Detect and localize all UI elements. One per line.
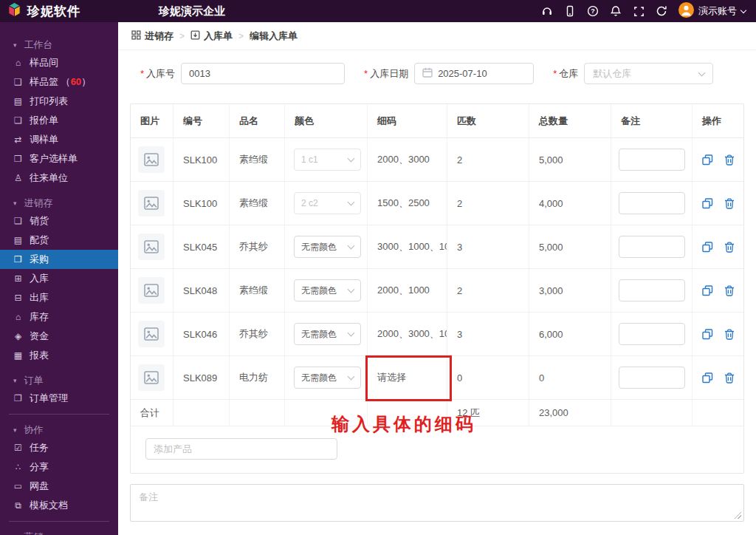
purchase-icon: ❒: [13, 254, 24, 265]
sidebar-item[interactable]: ❒客户选样单: [0, 149, 118, 168]
size-codes-cell[interactable]: 1500、2500: [368, 182, 447, 225]
sidebar-item[interactable]: ❑样品篮 （60）: [0, 72, 118, 92]
color-select[interactable]: 无需颜色: [294, 236, 361, 258]
delete-row-icon[interactable]: [724, 154, 735, 166]
help-icon[interactable]: ?: [587, 5, 599, 17]
main-content: 进销存>入库单>编辑入库单 *入库号 *入库日期 2025-07-10 *仓库 …: [118, 22, 756, 535]
sidebar-item[interactable]: ◈资金: [0, 327, 118, 346]
copy-row-icon[interactable]: [702, 285, 713, 296]
color-select[interactable]: 无需颜色: [294, 367, 361, 389]
copy-row-icon[interactable]: [702, 372, 713, 384]
product-code-cell: SLK089: [173, 356, 230, 400]
breadcrumb: 进销存>入库单>编辑入库单: [118, 22, 756, 50]
account-menu[interactable]: 演示账号: [678, 2, 746, 21]
svg-text:?: ?: [591, 7, 595, 15]
delete-row-icon[interactable]: [724, 198, 735, 209]
mobile-icon[interactable]: [564, 5, 576, 17]
sidebar-item[interactable]: ▭网盘: [0, 477, 118, 496]
account-name: 演示账号: [698, 4, 737, 18]
date-value: 2025-07-10: [438, 68, 487, 79]
sidebar-section-title[interactable]: ▾协作: [0, 422, 118, 438]
copy-row-icon[interactable]: [702, 154, 713, 166]
sidebar-item[interactable]: ☑任务: [0, 438, 118, 457]
sidebar-section-title[interactable]: ▾订单: [0, 372, 118, 389]
copy-row-icon[interactable]: [702, 242, 713, 253]
sidebar-divider: [9, 414, 109, 415]
size-codes-cell[interactable]: 2000、3000: [368, 138, 447, 182]
brand-logo[interactable]: 珍妮软件: [0, 1, 159, 21]
refresh-icon[interactable]: [656, 5, 667, 17]
sidebar-item[interactable]: ▤打印列表: [0, 92, 118, 111]
color-select[interactable]: 无需颜色: [294, 323, 361, 345]
sidebar-item[interactable]: ⌂样品间: [0, 53, 118, 72]
color-select[interactable]: 2 c2: [294, 192, 361, 214]
fullscreen-icon[interactable]: [633, 5, 645, 17]
sidebar-section-title[interactable]: ▾进销存: [0, 195, 118, 211]
product-image-placeholder[interactable]: [138, 234, 165, 260]
breadcrumb-item[interactable]: 入库单: [190, 30, 233, 43]
row-remark-input[interactable]: [619, 323, 685, 345]
sidebar-item[interactable]: ⇄调样单: [0, 130, 118, 149]
product-image-placeholder[interactable]: [138, 277, 165, 304]
chevron-down-icon: [348, 155, 355, 163]
sidebar-item[interactable]: ❒采购: [0, 250, 118, 269]
sidebar-section-title[interactable]: ▾营销: [0, 529, 118, 535]
size-codes-cell[interactable]: 2000、1000: [368, 269, 447, 313]
sidebar-item[interactable]: ⧉模板文档: [0, 496, 118, 515]
row-remark-input[interactable]: [619, 149, 685, 171]
sidebar-item[interactable]: ▤配货: [0, 231, 118, 250]
warehouse-select[interactable]: 默认仓库: [584, 63, 713, 84]
sidebar-item[interactable]: ❐订单管理: [0, 389, 118, 408]
product-image-placeholder[interactable]: [138, 190, 165, 217]
delete-row-icon[interactable]: [724, 329, 735, 340]
triangle-down-icon: ▾: [13, 426, 17, 434]
sidebar-item[interactable]: ∴分享: [0, 457, 118, 477]
product-name-cell: 电力纺: [230, 356, 285, 400]
sidebar-item[interactable]: ❏报价单: [0, 111, 118, 130]
delete-row-icon[interactable]: [724, 242, 735, 253]
copy-row-icon[interactable]: [702, 329, 713, 340]
row-remark-input[interactable]: [619, 279, 685, 301]
product-name-cell: 乔其纱: [230, 313, 285, 356]
sidebar-item[interactable]: ▦报表: [0, 346, 118, 365]
bell-icon[interactable]: [610, 5, 622, 17]
chevron-down-icon: [348, 242, 355, 250]
sidebar-item[interactable]: ❏销货: [0, 211, 118, 231]
color-select[interactable]: 无需颜色: [294, 279, 361, 301]
triangle-down-icon: ▾: [13, 41, 17, 49]
items-table-card: 图片编号品名颜色细码匹数总数量备注操作 SLK100 素绉缎 1 c1 2000…: [130, 103, 744, 474]
row-remark-input[interactable]: [619, 236, 685, 258]
product-code-cell: SLK100: [173, 182, 230, 225]
sidebar-item[interactable]: ⌂库存: [0, 307, 118, 327]
total-quantity-cell: 0: [529, 356, 611, 400]
breadcrumb-item[interactable]: 进销存: [131, 30, 173, 43]
add-product-input[interactable]: [145, 438, 337, 460]
sidebar-section-title[interactable]: ▾工作台: [0, 37, 118, 53]
top-bar: 珍妮软件 珍妮演示企业 ?: [0, 0, 756, 22]
size-codes-cell[interactable]: 2000、3000、1000: [368, 313, 447, 356]
product-image-placeholder[interactable]: [138, 321, 165, 347]
product-image-placeholder[interactable]: [138, 364, 165, 391]
headset-icon[interactable]: [541, 5, 553, 17]
delete-row-icon[interactable]: [724, 372, 735, 384]
order-no-input[interactable]: [181, 63, 345, 84]
product-image-placeholder[interactable]: [138, 146, 165, 173]
copy-row-icon[interactable]: [702, 198, 713, 209]
row-remark-input[interactable]: [619, 367, 685, 389]
avatar: [678, 2, 694, 21]
sidebar-item[interactable]: ♙往来单位: [0, 168, 118, 188]
delete-row-icon[interactable]: [724, 285, 735, 296]
sidebar-divider: [9, 521, 109, 522]
sidebar-item[interactable]: ⊞入库: [0, 269, 118, 288]
date-input[interactable]: 2025-07-10: [414, 63, 534, 84]
pieces-cell: 2: [447, 269, 529, 313]
sidebar-item[interactable]: ⊟出库: [0, 288, 118, 307]
resize-grip[interactable]: [735, 512, 741, 519]
row-remark-input[interactable]: [619, 192, 685, 214]
notes-textarea[interactable]: [130, 484, 744, 522]
size-codes-cell[interactable]: 请选择: [368, 356, 447, 400]
order-form: *入库号 *入库日期 2025-07-10 *仓库 默认仓库: [140, 63, 744, 84]
home-icon: ⌂: [13, 58, 24, 68]
size-codes-cell[interactable]: 3000、1000、1000: [368, 225, 447, 269]
color-select[interactable]: 1 c1: [294, 149, 361, 171]
